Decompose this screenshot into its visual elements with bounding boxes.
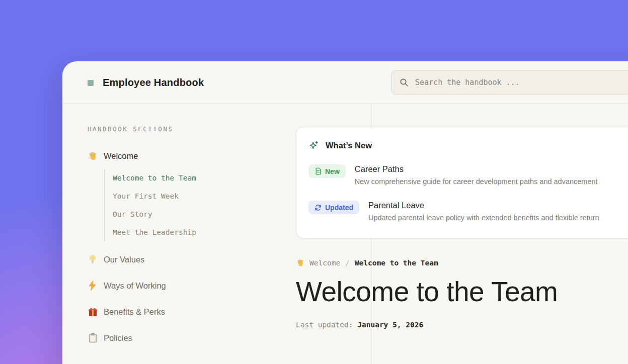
- whats-new-title: What’s New: [326, 141, 372, 150]
- news-item-description: New comprehensive guide for career devel…: [355, 177, 598, 186]
- last-updated: Last updated: January 5, 2026: [296, 321, 628, 329]
- breadcrumb-page: Welcome to the Team: [355, 259, 438, 267]
- app-brand: Employee Handbook: [88, 61, 204, 104]
- refresh-icon: [315, 204, 322, 211]
- sidebar-item-label: Our Values: [104, 255, 144, 264]
- news-item-parental-leave[interactable]: Updated Parental Leave Updated parental …: [308, 201, 628, 222]
- wave-hand-icon: [296, 258, 304, 267]
- light-bulb-icon: [88, 254, 98, 264]
- news-item-career-paths[interactable]: New Career Paths New comprehensive guide…: [308, 164, 628, 186]
- handbook-app-window: Employee Handbook HANDBOOK SECTIONS: [62, 61, 628, 364]
- wave-hand-icon: [88, 151, 98, 161]
- search-icon: [400, 78, 409, 87]
- search-input[interactable]: [415, 78, 628, 87]
- news-item-description: Updated parental leave policy with exten…: [368, 214, 599, 222]
- last-updated-label: Last updated:: [296, 321, 353, 329]
- last-updated-value: January 5, 2026: [357, 321, 423, 329]
- sidebar-item-label: Policies: [104, 333, 132, 343]
- page-title: Welcome to the Team: [296, 276, 628, 308]
- badge-label: New: [325, 167, 340, 175]
- updated-badge: Updated: [308, 201, 359, 214]
- app-title: Employee Handbook: [103, 77, 204, 88]
- search-bar[interactable]: [391, 70, 628, 95]
- main-content: What’s New New Career Paths New comprehe…: [296, 104, 628, 329]
- app-header: Employee Handbook: [62, 61, 628, 104]
- gift-icon: [88, 307, 98, 317]
- lightning-icon: [88, 281, 98, 291]
- news-item-title: Parental Leave: [368, 201, 599, 210]
- badge-label: Updated: [325, 204, 353, 212]
- clipboard-icon: [88, 333, 98, 343]
- whats-new-card: What’s New New Career Paths New comprehe…: [296, 127, 628, 238]
- document-icon: [315, 167, 322, 175]
- breadcrumb: Welcome / Welcome to the Team: [296, 258, 628, 267]
- sparkle-icon: [308, 140, 319, 151]
- sidebar-item-label: Welcome: [104, 151, 138, 161]
- sidebar-item-policies[interactable]: Policies: [88, 333, 351, 343]
- sidebar-item-label: Ways of Working: [104, 281, 166, 291]
- new-badge: New: [308, 164, 346, 178]
- brand-square-icon: [88, 80, 94, 86]
- news-item-title: Career Paths: [355, 164, 598, 174]
- breadcrumb-separator: /: [345, 259, 350, 267]
- sidebar-item-label: Benefits & Perks: [104, 307, 165, 317]
- breadcrumb-section[interactable]: Welcome: [309, 259, 340, 267]
